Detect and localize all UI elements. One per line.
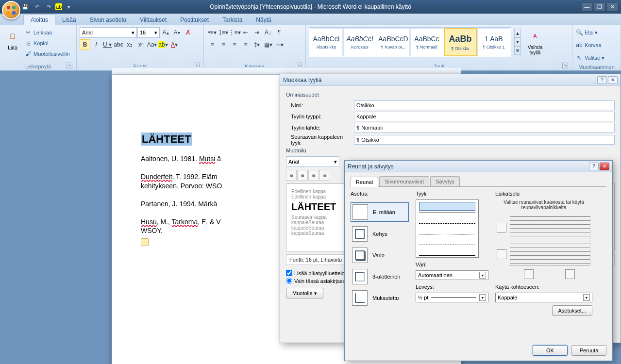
style-item[interactable]: AaBbCcIKorostus — [343, 28, 376, 56]
save-icon[interactable]: 💾 — [20, 2, 30, 12]
format-painter-button[interactable]: 🖌Muotoilusivellin — [24, 49, 70, 59]
replace-button[interactable]: abKorvaa — [575, 40, 602, 50]
tab-insert[interactable]: Lisää — [55, 15, 83, 25]
redo-icon[interactable]: ↷ — [44, 2, 53, 12]
border-setting-option[interactable]: 3-ulotteinen — [351, 267, 409, 286]
shrink-font-button[interactable]: A▾ — [171, 27, 182, 38]
grow-font-button[interactable]: A▴ — [160, 27, 171, 38]
style-item[interactable]: AaBb¶ Otsikko — [444, 28, 477, 56]
tab-review[interactable]: Tarkista — [216, 15, 249, 25]
border-style-list[interactable] — [416, 199, 479, 258]
tab-view[interactable]: Näytä — [249, 15, 278, 25]
font-color-button[interactable]: A▾ — [169, 39, 180, 50]
shading-button[interactable]: ▦▾ — [263, 39, 273, 50]
options-button[interactable]: Asetukset... — [552, 305, 592, 316]
qat-more-icon[interactable]: ▾ — [64, 2, 74, 12]
style-item[interactable]: AaBbCcD¶ Kuvan ot... — [377, 28, 410, 56]
tab-home[interactable]: Aloitus — [23, 14, 55, 25]
minimize-button[interactable]: — — [581, 2, 593, 11]
fmt-font-combo[interactable]: Arial▾ — [286, 156, 339, 167]
maximize-button[interactable]: ❐ — [594, 2, 605, 11]
subscript-button[interactable]: x₂ — [124, 39, 135, 50]
numbering-button[interactable]: 1≡▾ — [218, 27, 229, 38]
tab-page-borders[interactable]: Sivunreunaviivat — [379, 176, 429, 186]
border-top-button[interactable] — [497, 223, 506, 232]
increase-indent-button[interactable]: ⇥ — [252, 27, 262, 38]
line-spacing-button[interactable]: ‡▾ — [252, 39, 262, 50]
gallery-down[interactable]: ▾ — [514, 37, 521, 46]
border-width-combo[interactable]: ½ pt▾ — [416, 293, 488, 302]
format-button[interactable]: Muotoile — [286, 288, 323, 298]
undo-icon[interactable]: ↶ — [32, 2, 42, 12]
help-button[interactable]: ? — [589, 163, 599, 170]
styles-launcher[interactable]: ↘ — [562, 63, 568, 68]
align-left-button[interactable]: ≡ — [207, 39, 218, 50]
style-item[interactable]: 1 AaB¶ Otsikko 1 — [477, 28, 510, 56]
paste-button[interactable]: 📋 Liitä — [3, 27, 22, 51]
style-next-combo[interactable]: ¶Otsikko — [354, 135, 615, 145]
doc-heading[interactable]: LÄHTEET — [141, 132, 192, 146]
multilevel-button[interactable]: ⋮≡▾ — [229, 27, 240, 38]
borders-button[interactable]: ▭▾ — [274, 39, 285, 50]
tab-references[interactable]: Viittaukset — [133, 15, 173, 25]
tab-shading[interactable]: Sävytys — [430, 176, 460, 186]
cancel-button[interactable]: Peruuta — [571, 345, 606, 356]
underline-button[interactable]: U ▾ — [102, 39, 113, 50]
help-button[interactable]: ? — [597, 76, 607, 84]
change-styles-button[interactable]: A Vaihda tyyliä — [523, 27, 547, 56]
clear-format-button[interactable]: A̸ — [183, 27, 193, 38]
dialog-close-button[interactable]: ✕ — [600, 163, 609, 170]
highlight-button[interactable]: ab▾ — [158, 39, 168, 50]
decrease-indent-button[interactable]: ⇤ — [240, 27, 251, 38]
tab-borders[interactable]: Reunat — [351, 177, 378, 187]
style-gallery[interactable]: AaBbCcIAlaotsikkoAaBbCcIKorostusAaBbCcD¶… — [309, 27, 511, 57]
paste-options-icon[interactable] — [141, 238, 149, 246]
select-button[interactable]: ↖Valitse ▾ — [575, 52, 604, 63]
align-center-button[interactable]: ≡ — [218, 39, 229, 50]
strike-button[interactable]: abc — [113, 39, 124, 50]
style-item[interactable]: AaBbCcIAlaotsikko — [310, 28, 343, 56]
border-color-combo[interactable]: Automaattinen▾ — [416, 270, 488, 280]
style-type-combo[interactable]: Kappale — [354, 112, 615, 121]
find-button[interactable]: 🔍Etsi ▾ — [575, 27, 598, 38]
style-item[interactable]: AaBbCc¶ Normaali — [410, 28, 443, 56]
border-right-button[interactable] — [565, 269, 575, 279]
border-setting-option[interactable]: Ei mitään — [351, 202, 409, 222]
bold-button[interactable]: B — [80, 39, 90, 50]
superscript-button[interactable]: x² — [135, 39, 146, 50]
highlight-icon[interactable]: ab — [55, 3, 62, 10]
show-marks-button[interactable]: ¶ — [274, 27, 285, 38]
border-bottom-button[interactable] — [497, 249, 506, 259]
fmt-align-center[interactable]: ≡ — [297, 170, 308, 181]
sort-button[interactable]: A↓ — [263, 27, 273, 38]
apply-to-combo[interactable]: Kappale▾ — [495, 293, 592, 302]
style-based-combo[interactable]: ¶Normaali — [354, 123, 615, 132]
border-setting-option[interactable]: Kehys — [351, 225, 409, 243]
gallery-more[interactable]: ≡ — [514, 46, 521, 55]
justify-button[interactable]: ≡ — [240, 39, 251, 50]
tab-mailings[interactable]: Postitukset — [173, 15, 216, 25]
dialog-close-button[interactable]: ✕ — [608, 76, 618, 84]
border-left-button[interactable] — [524, 269, 534, 279]
fmt-justify[interactable]: ≡ — [319, 170, 330, 181]
quick-style-checkbox[interactable] — [286, 270, 292, 276]
change-case-button[interactable]: Aa▾ — [147, 39, 157, 50]
ok-button[interactable]: OK — [533, 345, 568, 356]
cut-button[interactable]: ✂Leikkaa — [24, 27, 70, 38]
tab-layout[interactable]: Sivun asettelu — [83, 15, 133, 25]
font-name-combo[interactable]: Arial▾ — [80, 27, 137, 38]
style-name-input[interactable]: Otsikko — [354, 100, 615, 110]
clipboard-launcher[interactable]: ↘ — [67, 63, 72, 68]
italic-button[interactable]: I — [91, 39, 101, 50]
border-setting-option[interactable]: Varjo — [351, 246, 409, 265]
font-size-combo[interactable]: 16▾ — [137, 27, 160, 38]
bullets-button[interactable]: •≡▾ — [207, 27, 218, 38]
gallery-up[interactable]: ▴ — [514, 29, 521, 37]
border-setting-option[interactable]: Mukautettu — [351, 289, 409, 307]
align-right-button[interactable]: ≡ — [229, 39, 240, 50]
copy-button[interactable]: ⎘Kopioi — [24, 38, 70, 49]
fmt-align-left[interactable]: ≡ — [286, 170, 297, 181]
office-button[interactable] — [2, 1, 20, 19]
doc-only-radio[interactable] — [286, 278, 292, 284]
close-button[interactable]: ✕ — [606, 2, 618, 11]
